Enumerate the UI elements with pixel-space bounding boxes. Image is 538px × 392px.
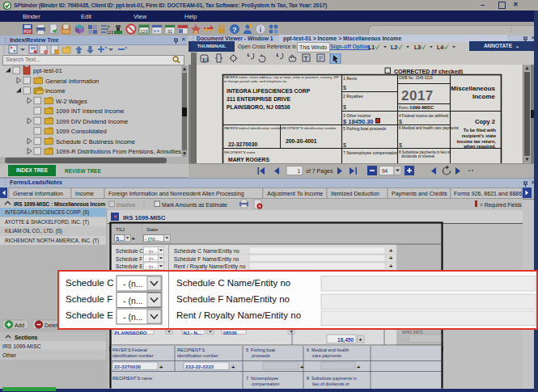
svg-text:Form 1099-MISC: Form 1099-MISC (399, 105, 434, 110)
svg-text:$ 18450.30: $ 18450.30 (343, 118, 374, 125)
svg-text:Inactive: Inactive (116, 202, 136, 208)
svg-text:1099-R Distributions From Pen: 1099-R Distributions From Pensions, Annu… (56, 148, 181, 155)
svg-text:RECIPIENT'S: RECIPIENT'S (177, 348, 205, 352)
svg-text:PLAINSBORO, NJ 08536: PLAINSBORO, NJ 08536 (227, 104, 290, 111)
svg-text:PLAINSBORO: PLAINSBORO (115, 331, 147, 335)
svg-text:Schedule C: Schedule C (116, 248, 143, 254)
svg-text:OMB No. 1545-0115: OMB No. 1545-0115 (399, 76, 433, 80)
svg-text:Income: Income (472, 93, 496, 100)
svg-text:- (no...: - (no... (145, 236, 159, 242)
svg-text:Payments and Credits: Payments and Credits (392, 191, 447, 197)
svg-text:+: + (132, 235, 136, 242)
svg-text:Mark Amounts as Estimate: Mark Amounts as Estimate (162, 202, 227, 208)
svg-text:RECIPIENT'S name: RECIPIENT'S name (112, 376, 152, 381)
svg-text:5 Fishing boat: 5 Fishing boat (246, 348, 276, 352)
svg-text:- (n...: - (n... (123, 279, 143, 289)
svg-text:INTEGRA LIFESCIENCES CORP. (S): INTEGRA LIFESCIENCES CORP. (S) (5, 209, 89, 216)
svg-text:08536: 08536 (223, 331, 237, 335)
svg-text:identification number: identification number (112, 353, 154, 358)
svg-text:RECIPIENT'S identification num: RECIPIENT'S identification number (282, 126, 337, 130)
svg-text:Schedule F: Schedule F (66, 294, 112, 304)
svg-text:22-3270030: 22-3270030 (114, 364, 142, 369)
svg-text:IRS 1099-MISC : Miscellaneous: IRS 1099-MISC : Miscellaneous Incom (14, 201, 105, 207)
svg-text:RECIPIENT'S name: RECIPIENT'S name (224, 150, 256, 154)
svg-text:$: $ (399, 119, 402, 124)
svg-text:ppt-test-01: ppt-test-01 (33, 67, 62, 74)
svg-text:Foreign Information and Nonres: Foreign Information and Nonresident Alie… (108, 191, 244, 197)
svg-text:Schedule C Name/Entity no: Schedule C Name/Entity no (174, 248, 239, 255)
svg-text:1 Rents: 1 Rents (343, 76, 358, 81)
svg-text:S...: S... (116, 236, 124, 242)
svg-text:L4: L4 (437, 44, 443, 50)
svg-text:+: + (389, 263, 393, 270)
svg-text:94: 94 (382, 168, 388, 174)
svg-text:1099 INT Interest Income: 1099 INT Interest Income (56, 107, 125, 115)
svg-text:7 Nonemployee compensation: 7 Nonemployee compensation (343, 150, 398, 155)
svg-text:proceeds: proceeds (252, 353, 270, 358)
svg-text:= Required Fields: = Required Fields (480, 202, 523, 209)
svg-text:Schedule C Name/Entity no: Schedule C Name/Entity no (176, 278, 290, 288)
svg-text:Schedule F Name/Entity no: Schedule F Name/Entity no (174, 256, 239, 263)
svg-text:identification number: identification number (177, 353, 218, 358)
svg-text:when required.: when required. (463, 144, 496, 149)
svg-text:8 Substitute payments in: 8 Substitute payments in (307, 376, 357, 381)
svg-text:General Information: General Information (45, 78, 99, 85)
svg-text:lieu of dividends or: lieu of dividends or (312, 381, 349, 386)
svg-text:dividends or interest: dividends or interest (401, 154, 435, 158)
svg-text:Copy 2: Copy 2 (475, 118, 495, 125)
svg-text:22-3270030: 22-3270030 (228, 141, 258, 147)
svg-text:$: $ (343, 142, 346, 148)
svg-text:2017: 2017 (401, 88, 434, 103)
svg-text:Forms 926, 8621 and 8886: Forms 926, 8621 and 8886 (454, 191, 522, 196)
svg-text:L2: L2 (391, 44, 397, 50)
svg-text:?: ? (232, 26, 237, 34)
svg-text:compensation: compensation (252, 381, 279, 386)
svg-text:MARY ROGERS: MARY ROGERS (228, 157, 269, 162)
svg-text:To be filed with: To be filed with (464, 128, 497, 133)
svg-text:Schedule C: Schedule C (66, 278, 113, 288)
svg-text:+: + (357, 364, 361, 371)
svg-text:1:1: 1:1 (202, 57, 210, 62)
svg-text:L1: L1 (368, 44, 375, 50)
svg-text:- (n...: - (n... (146, 256, 157, 261)
svg-text:Schedule E: Schedule E (116, 263, 143, 269)
svg-text:PAYER'S Federal: PAYER'S Federal (112, 348, 147, 352)
svg-text:8 Substitute payments in lieu: 8 Substitute payments in lieu of (399, 150, 451, 154)
svg-text:+: + (159, 364, 163, 371)
svg-text:+: + (389, 255, 393, 262)
svg-text:- (n...: - (n... (146, 249, 157, 254)
svg-text:IRS 1099-MISC: IRS 1099-MISC (123, 214, 166, 221)
svg-text:200-30-4001: 200-30-4001 (286, 138, 317, 144)
svg-text:6 Medical and health care paym: 6 Medical and health care payments (399, 126, 460, 130)
svg-text:W-2 Wages: W-2 Wages (56, 98, 87, 105)
svg-text:123: 123 (140, 29, 147, 34)
svg-text:6 Medical and health: 6 Medical and health (307, 348, 349, 352)
svg-text:i: i (260, 26, 262, 34)
svg-text:Adjustment To Income: Adjustment To Income (267, 191, 323, 197)
svg-text:1099 Consolidated: 1099 Consolidated (56, 128, 107, 135)
svg-text:7 Nonemployee: 7 Nonemployee (246, 376, 278, 381)
svg-text:L3: L3 (414, 44, 421, 50)
svg-text:123: 123 (107, 30, 114, 35)
svg-text:income tax return,: income tax return, (457, 139, 497, 144)
svg-text:Schedule F: Schedule F (116, 256, 142, 262)
svg-text:TSJ: TSJ (116, 226, 125, 232)
svg-text:INTEGRA LIFESCIENCES CORP: INTEGRA LIFESCIENCES CORP (227, 88, 311, 94)
svg-text:2 Royalties: 2 Royalties (343, 94, 363, 99)
svg-text:18,450: 18,450 (337, 337, 354, 344)
svg-text:Other: Other (2, 352, 17, 358)
svg-text:PDF: PDF (23, 29, 32, 34)
svg-text:T: T (304, 56, 308, 61)
svg-text:$: $ (343, 104, 346, 110)
svg-text:Schedule E: Schedule E (66, 310, 113, 320)
svg-text:WHO INFO: WHO INFO (402, 330, 423, 335)
svg-text:- (n...: - (n... (146, 264, 157, 269)
svg-text:$: $ (343, 85, 346, 91)
svg-text:IRS 1099-MISC: IRS 1099-MISC (2, 344, 41, 349)
svg-text:Schedule C Business Income: Schedule C Business Income (56, 138, 135, 145)
svg-text:Rent / Royalty Name/Entity no: Rent / Royalty Name/Entity no (176, 310, 301, 320)
svg-text:4 Federal income tax withheld: 4 Federal income tax withheld (399, 114, 448, 118)
svg-text:1: 1 (297, 168, 300, 174)
svg-text:+: + (231, 364, 235, 371)
svg-text:or foreign postal code, and te: or foreign postal code, and telephone no… (224, 79, 287, 83)
